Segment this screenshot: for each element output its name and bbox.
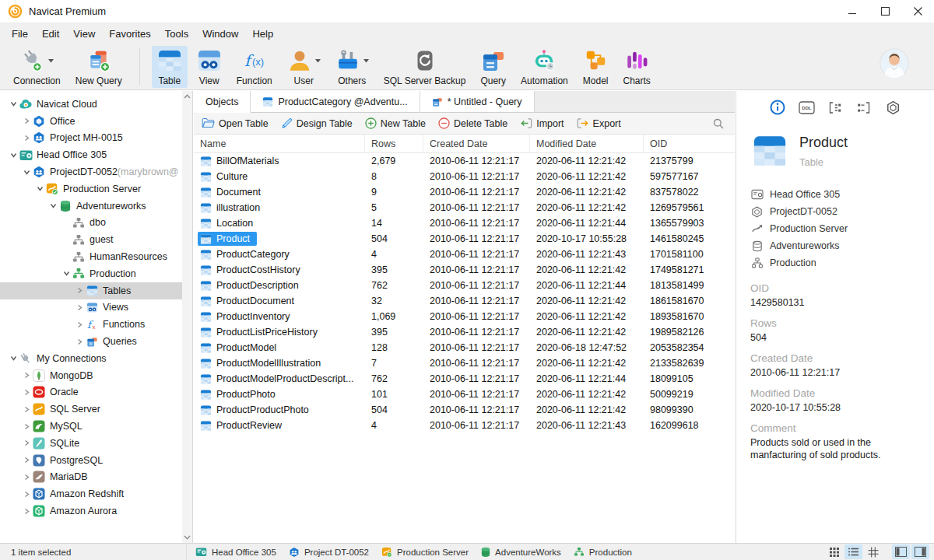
tree-item-guest[interactable]: guest: [0, 231, 182, 248]
toolbar-button-others[interactable]: Others: [330, 46, 374, 88]
table-row-productdescription[interactable]: ProductDescription7622010-06-11 12:21:17…: [194, 278, 735, 293]
tree-item-oracle[interactable]: Oracle: [0, 384, 182, 401]
chevron-right-icon[interactable]: [21, 474, 32, 481]
chevron-right-icon[interactable]: [21, 389, 32, 396]
tree-scrollbar[interactable]: [182, 91, 192, 543]
toolbar-button-automation[interactable]: Automation: [515, 46, 574, 88]
chevron-right-icon[interactable]: [21, 406, 32, 413]
delete-table-button[interactable]: Delete Table: [438, 117, 507, 129]
chevron-down-icon[interactable]: [8, 100, 19, 107]
tree-item-production[interactable]: Production: [0, 265, 182, 282]
table-row-billofmaterials[interactable]: BillOfMaterials2,6792010-06-11 12:21:172…: [194, 153, 735, 169]
table-row-productmodelillustration[interactable]: ProductModelIllustration72010-06-11 12:2…: [194, 355, 735, 371]
table-row-productphoto[interactable]: ProductPhoto1012010-06-11 12:21:172020-0…: [194, 387, 735, 402]
tree-item-amazon-aurora[interactable]: Amazon Aurora: [0, 502, 182, 520]
tree-item-queries[interactable]: Queries: [0, 333, 182, 350]
chevron-right-icon[interactable]: [21, 423, 32, 430]
chevron-right-icon[interactable]: [74, 287, 85, 294]
chevron-right-icon[interactable]: [21, 457, 32, 464]
chevron-down-icon[interactable]: [47, 202, 58, 209]
tree-item-my-connections[interactable]: My Connections: [0, 350, 182, 367]
tab-productcategory-adventu[interactable]: ProductCategory @Adventu...: [251, 91, 420, 113]
menu-favorites[interactable]: Favorites: [102, 25, 157, 43]
user-avatar[interactable]: [880, 46, 909, 78]
tree-item-tables[interactable]: Tables: [0, 282, 182, 299]
panel-left-toggle-button[interactable]: [892, 544, 910, 559]
menu-view[interactable]: View: [66, 25, 102, 43]
scroll-up-icon[interactable]: [184, 94, 191, 99]
toolbar-button-connection[interactable]: Connection: [8, 46, 66, 88]
toolbar-button-query[interactable]: Query: [475, 46, 511, 88]
chevron-right-icon[interactable]: [21, 439, 32, 446]
search-icon[interactable]: [713, 118, 727, 129]
column-header-oid[interactable]: OID: [644, 135, 735, 152]
table-row-productreview[interactable]: ProductReview42010-06-11 12:21:172020-06…: [194, 418, 735, 433]
tree-item-mariadb[interactable]: MariaDB: [0, 469, 182, 486]
table-row-document[interactable]: Document92010-06-11 12:21:172020-06-11 1…: [194, 184, 735, 200]
list-view-button[interactable]: [844, 544, 862, 559]
chevron-right-icon[interactable]: [21, 135, 32, 142]
toolbar-button-new-query[interactable]: New Query: [70, 46, 128, 88]
tree-item-project-mh-0015[interactable]: Project MH-0015: [0, 130, 182, 147]
chevron-right-icon[interactable]: [74, 304, 85, 311]
details-tab-struct-b[interactable]: [855, 99, 873, 116]
chevron-down-icon[interactable]: [8, 152, 19, 159]
toolbar-button-view[interactable]: View: [191, 46, 227, 88]
tree-item-mongodb[interactable]: MongoDB: [0, 367, 182, 384]
tab-untitled-query[interactable]: * Untitled - Query: [420, 91, 535, 113]
tree-item-projectdt-0052[interactable]: ProjectDT-0052 (marybrown@: [0, 163, 182, 180]
table-row-productmodelproductdescript[interactable]: ProductModelProductDescript...7622010-06…: [194, 371, 735, 387]
table-row-productcosthistory[interactable]: ProductCostHistory3952010-06-11 12:21:17…: [194, 262, 735, 278]
design-table-button[interactable]: Design Table: [281, 117, 353, 129]
table-row-illustration[interactable]: illustration52010-06-11 12:21:172020-06-…: [194, 200, 735, 215]
tree-item-production-server[interactable]: Production Server: [0, 180, 182, 198]
tree-item-office[interactable]: Office: [0, 113, 182, 130]
tree-item-functions[interactable]: fxFunctions: [0, 316, 182, 333]
tree-item-amazon-redshift[interactable]: Amazon Redshift: [0, 485, 182, 502]
toolbar-button-function[interactable]: f(x)Function: [231, 46, 278, 88]
table-row-productinventory[interactable]: ProductInventory1,0692010-06-11 12:21:17…: [194, 309, 735, 324]
chevron-down-icon[interactable]: [8, 355, 19, 362]
menu-window[interactable]: Window: [195, 25, 245, 43]
tree-item-views[interactable]: Views: [0, 299, 182, 317]
menu-file[interactable]: File: [5, 25, 35, 43]
chevron-down-icon[interactable]: [48, 59, 54, 63]
import-button[interactable]: Import: [520, 117, 564, 129]
column-header-name[interactable]: Name: [194, 135, 365, 152]
chevron-right-icon[interactable]: [74, 321, 85, 328]
table-row-productproductphoto[interactable]: ProductProductPhoto5042010-06-11 12:21:1…: [194, 402, 735, 418]
table-row-culture[interactable]: Culture82010-06-11 12:21:172020-06-11 12…: [194, 169, 735, 184]
tree-item-dbo[interactable]: dbo: [0, 215, 182, 232]
panel-right-toggle-button[interactable]: [911, 544, 929, 559]
toolbar-button-charts[interactable]: Charts: [617, 46, 655, 88]
detail-view-button[interactable]: [864, 544, 882, 559]
toolbar-button-table[interactable]: Table: [152, 46, 188, 88]
table-row-productlistpricehistory[interactable]: ProductListPriceHistory3952010-06-11 12:…: [194, 324, 735, 340]
tab-objects[interactable]: Objects: [194, 91, 251, 113]
details-tab-info[interactable]: [768, 99, 787, 116]
details-tab-struct-a[interactable]: [826, 99, 844, 116]
tree-item-sql-server[interactable]: SQL Server: [0, 401, 182, 418]
table-row-productdocument[interactable]: ProductDocument322010-06-11 12:21:172020…: [194, 293, 735, 309]
table-row-product[interactable]: Product5042010-06-11 12:21:172020-10-17 …: [194, 231, 735, 247]
menu-tools[interactable]: Tools: [158, 25, 195, 43]
chevron-down-icon[interactable]: [21, 169, 32, 176]
table-row-location[interactable]: Location142010-06-11 12:21:172020-06-11 …: [194, 215, 735, 231]
chevron-right-icon[interactable]: [21, 491, 32, 498]
chevron-right-icon[interactable]: [21, 372, 32, 379]
details-tab-hexnut[interactable]: [883, 99, 902, 116]
details-tab-ddl[interactable]: DDL: [797, 99, 816, 116]
toolbar-button-sql-server-backup[interactable]: SQL Server Backup: [378, 46, 472, 88]
new-table-button[interactable]: New Table: [365, 117, 426, 129]
tree-item-mysql[interactable]: MySQL: [0, 418, 182, 435]
table-row-productmodel[interactable]: ProductModel1282010-06-11 12:21:172020-0…: [194, 340, 735, 355]
tree-item-adventureworks[interactable]: Adventureworks: [0, 198, 182, 215]
toolbar-button-model[interactable]: Model: [578, 46, 614, 88]
menu-edit[interactable]: Edit: [35, 25, 66, 43]
toolbar-button-user[interactable]: User: [282, 46, 326, 88]
scroll-down-icon[interactable]: [184, 535, 191, 540]
chevron-down-icon[interactable]: [61, 270, 72, 277]
menu-help[interactable]: Help: [245, 25, 280, 43]
tree-item-head-office-305[interactable]: Head Office 305: [0, 146, 182, 163]
tree-item-sqlite[interactable]: SQLite: [0, 435, 182, 452]
